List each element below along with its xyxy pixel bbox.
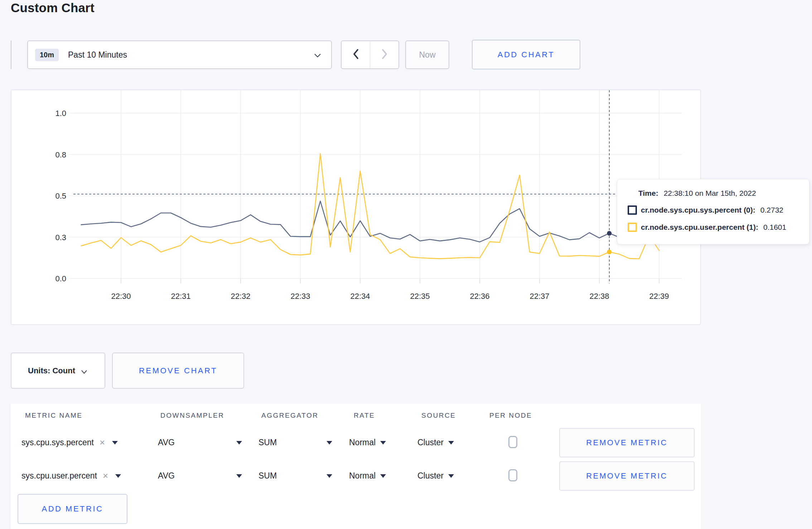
add-chart-button[interactable]: ADD CHART — [472, 40, 580, 69]
caret-down-icon[interactable] — [327, 474, 332, 478]
header-downsampler: DOWNSAMPLER — [160, 404, 224, 426]
remove-chart-button[interactable]: REMOVE CHART — [112, 353, 244, 389]
chevron-left-icon — [351, 48, 361, 61]
svg-text:22:38: 22:38 — [589, 292, 609, 301]
highlight-dot-1 — [607, 250, 612, 254]
metrics-table-header: METRIC NAME DOWNSAMPLER AGGREGATOR RATE … — [11, 404, 701, 426]
per-node-checkbox[interactable] — [508, 436, 517, 448]
tooltip-user-value: 0.1601 — [763, 223, 786, 232]
metric-name: sys.cpu.user.percent — [21, 471, 97, 481]
tooltip-series-sys: cr.node.sys.cpu.sys.percent (0): 0.2732 — [628, 205, 809, 215]
caret-down-icon[interactable] — [236, 441, 242, 445]
tooltip-time-label: Time: — [638, 189, 658, 198]
metric-row: sys.cpu.sys.percent × AVG SUM Normal Clu… — [11, 426, 701, 459]
svg-text:0.0: 0.0 — [55, 274, 66, 283]
time-pager — [341, 40, 399, 69]
svg-text:0.5: 0.5 — [55, 191, 66, 200]
svg-text:22:32: 22:32 — [231, 292, 250, 301]
aggregator-select[interactable]: SUM — [258, 459, 277, 492]
time-window-badge: 10m — [35, 49, 59, 61]
svg-text:22:37: 22:37 — [530, 292, 549, 301]
rate-select[interactable]: Normal — [349, 459, 386, 492]
page-title: Custom Chart — [11, 1, 95, 15]
svg-text:22:30: 22:30 — [111, 292, 131, 301]
time-window-label: Past 10 Minutes — [68, 50, 127, 60]
caret-down-icon[interactable] — [327, 441, 332, 445]
svg-text:22:35: 22:35 — [410, 292, 430, 301]
svg-text:1.0: 1.0 — [55, 109, 66, 118]
custom-chart-page: Custom Chart 10m Past 10 Minutes Now ADD… — [0, 0, 812, 529]
tooltip-time-row: Time: 22:38:10 on Mar 15th, 2022 — [628, 189, 809, 198]
user-series-swatch-icon — [628, 223, 637, 232]
header-aggregator: AGGREGATOR — [261, 404, 318, 426]
svg-text:22:33: 22:33 — [290, 292, 310, 301]
header-per-node: PER NODE — [489, 404, 532, 426]
units-label: Units: Count — [28, 366, 75, 375]
close-icon[interactable]: × — [100, 437, 105, 448]
svg-text:22:39: 22:39 — [649, 292, 669, 301]
caret-down-icon — [112, 441, 118, 445]
caret-down-icon — [380, 441, 386, 445]
svg-text:22:34: 22:34 — [350, 292, 370, 301]
header-rate: RATE — [354, 404, 375, 426]
highlight-dot-0 — [607, 231, 612, 236]
time-window-select[interactable]: 10m Past 10 Minutes — [27, 40, 332, 69]
metrics-table: METRIC NAME DOWNSAMPLER AGGREGATOR RATE … — [11, 404, 701, 529]
tooltip-time-value: 22:38:10 on Mar 15th, 2022 — [664, 189, 756, 198]
chevron-down-icon — [82, 370, 87, 373]
header-metric-name: METRIC NAME — [25, 404, 83, 426]
tooltip-series-user: cr.node.sys.cpu.user.percent (1): 0.1601 — [628, 223, 809, 232]
metric-row: sys.cpu.user.percent × AVG SUM Normal Cl… — [11, 459, 701, 492]
tooltip-user-label: cr.node.sys.cpu.user.percent (1): — [641, 223, 758, 232]
tooltip-sys-value: 0.2732 — [760, 206, 783, 214]
per-node-checkbox[interactable] — [508, 469, 517, 481]
chart-tooltip: Time: 22:38:10 on Mar 15th, 2022 cr.node… — [617, 179, 809, 244]
remove-metric-button[interactable]: REMOVE METRIC — [559, 428, 695, 457]
rate-select[interactable]: Normal — [349, 426, 386, 459]
svg-text:0.3: 0.3 — [55, 233, 66, 242]
aggregator-select[interactable]: SUM — [258, 426, 277, 459]
toolbar-divider — [11, 40, 11, 69]
chevron-down-icon — [313, 52, 322, 60]
source-select[interactable]: Cluster — [417, 426, 454, 459]
now-button[interactable]: Now — [405, 40, 449, 69]
add-metric-button[interactable]: ADD METRIC — [18, 494, 127, 524]
remove-metric-button[interactable]: REMOVE METRIC — [559, 461, 695, 491]
chart-card: 0.00.30.50.81.022:3022:3122:3222:3322:34… — [11, 89, 701, 325]
chevron-right-icon — [380, 48, 389, 61]
caret-down-icon — [448, 474, 454, 478]
series-line-1 — [81, 154, 659, 259]
metric-name-select[interactable]: sys.cpu.sys.percent × — [21, 426, 118, 459]
downsampler-select[interactable]: AVG — [158, 426, 175, 459]
prev-time-button[interactable] — [342, 41, 370, 68]
caret-down-icon — [115, 474, 121, 478]
downsampler-select[interactable]: AVG — [158, 459, 175, 492]
svg-text:22:36: 22:36 — [470, 292, 489, 301]
caret-down-icon[interactable] — [236, 474, 242, 478]
next-time-button[interactable] — [370, 41, 398, 68]
metric-name-select[interactable]: sys.cpu.user.percent × — [21, 459, 121, 492]
series-line-0 — [81, 201, 659, 242]
metric-name: sys.cpu.sys.percent — [21, 438, 94, 447]
svg-text:22:31: 22:31 — [171, 292, 190, 301]
caret-down-icon — [380, 474, 386, 478]
source-select[interactable]: Cluster — [417, 459, 454, 492]
close-icon[interactable]: × — [103, 470, 108, 481]
tooltip-sys-label: cr.node.sys.cpu.sys.percent (0): — [641, 206, 755, 214]
sys-series-swatch-icon — [628, 205, 637, 215]
units-select[interactable]: Units: Count — [11, 353, 105, 389]
metrics-chart[interactable]: 0.00.30.50.81.022:3022:3122:3222:3322:34… — [11, 89, 701, 325]
caret-down-icon — [448, 441, 454, 445]
header-source: SOURCE — [421, 404, 456, 426]
svg-text:0.8: 0.8 — [55, 150, 66, 159]
